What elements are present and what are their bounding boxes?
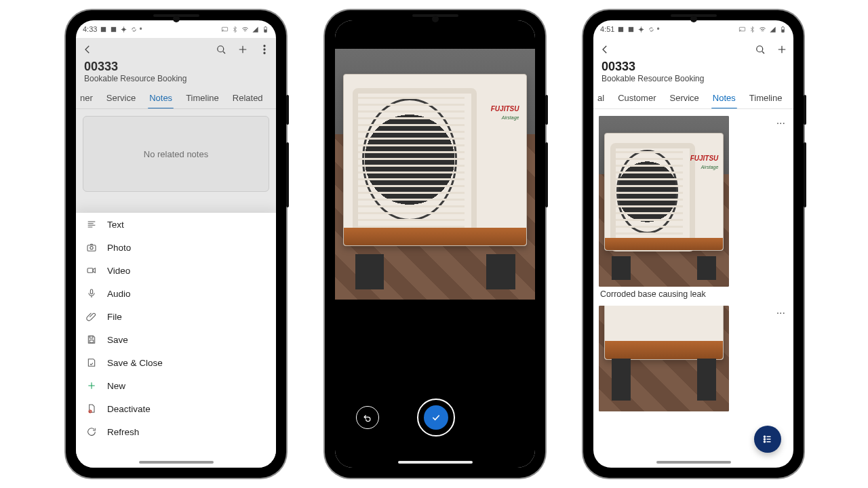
svg-point-9 (264, 49, 265, 50)
svg-rect-13 (87, 268, 93, 273)
menu-photo[interactable]: Photo (76, 236, 276, 259)
menu-save-label: Save (107, 335, 128, 345)
record-title-block: 00333 Bookable Resource Booking (76, 60, 276, 85)
tab-related[interactable]: Related (226, 89, 270, 108)
search-icon[interactable] (753, 42, 768, 57)
tab-service[interactable]: Service (663, 89, 705, 108)
camera-viewfinder[interactable]: FUJITSU Airstage (335, 49, 535, 300)
menu-save-close-label: Save & Close (107, 358, 163, 368)
svg-rect-23 (782, 29, 785, 32)
menu-file-label: File (107, 312, 122, 322)
tab-bar: al Customer Service Notes Timeline (593, 85, 793, 109)
battery-icon (779, 26, 787, 33)
record-entity: Bookable Resource Booking (84, 74, 268, 83)
menu-new[interactable]: New (76, 374, 276, 397)
svg-rect-6 (265, 26, 266, 26)
unit-brand: FUJITSU (491, 105, 519, 113)
svg-rect-11 (87, 245, 96, 251)
tab-timeline[interactable]: Timeline (179, 89, 226, 108)
svg-rect-0 (101, 26, 106, 31)
screen-center: FUJITSU Airstage (335, 20, 535, 468)
menu-save[interactable]: Save (76, 328, 276, 351)
menu-text-label: Text (107, 220, 124, 230)
svg-rect-21 (739, 27, 745, 31)
overflow-menu[interactable] (257, 42, 272, 57)
note-item-2[interactable]: ··· (599, 306, 788, 411)
svg-point-8 (264, 45, 265, 47)
svg-point-27 (764, 439, 765, 440)
note-item-1[interactable]: FUJITSU Airstage ··· Corroded base causi… (599, 116, 788, 299)
status-bug-icon (120, 26, 127, 33)
save-icon (85, 333, 98, 346)
text-icon (85, 218, 98, 230)
action-sheet: Text Photo Video Audio File (76, 213, 276, 468)
svg-rect-16 (90, 340, 93, 343)
camera-retake-button[interactable] (356, 406, 379, 429)
add-button[interactable] (235, 42, 250, 57)
svg-rect-1 (111, 26, 116, 31)
add-button[interactable] (774, 42, 789, 57)
menu-audio[interactable]: Audio (76, 282, 276, 305)
menu-save-close[interactable]: Save & Close (76, 351, 276, 374)
screen-left: 4:33 • (76, 20, 276, 468)
menu-video[interactable]: Video (76, 259, 276, 282)
tab-partial-left[interactable]: ner (79, 89, 100, 108)
app-header (593, 38, 793, 61)
svg-rect-14 (90, 289, 92, 294)
tab-notes[interactable]: Notes (706, 89, 743, 108)
camera-screen: FUJITSU Airstage (335, 20, 535, 468)
svg-rect-3 (222, 27, 227, 31)
note-photo-thumb[interactable]: FUJITSU Airstage (599, 116, 729, 287)
notes-empty-text: No related notes (144, 149, 208, 159)
svg-rect-19 (629, 26, 633, 31)
menu-file[interactable]: File (76, 305, 276, 328)
status-app-icon (617, 26, 625, 33)
bt-icon (749, 26, 756, 33)
status-bug-icon (637, 26, 645, 33)
svg-point-7 (218, 46, 224, 52)
note-more-button[interactable]: ··· (774, 306, 788, 321)
back-button[interactable] (80, 42, 95, 57)
menu-photo-label: Photo (107, 243, 131, 253)
menu-refresh-label: Refresh (107, 427, 139, 437)
note-more-button[interactable]: ··· (774, 116, 788, 131)
tab-notes[interactable]: Notes (142, 89, 179, 108)
tab-general[interactable]: al (596, 89, 611, 108)
svg-point-10 (264, 52, 265, 54)
cast-icon (221, 26, 229, 33)
wifi-icon (241, 26, 249, 33)
menu-new-label: New (107, 381, 125, 391)
svg-rect-15 (90, 336, 93, 338)
phone-right: 4:51 • (583, 10, 804, 478)
status-app-icon (100, 26, 107, 33)
list-view-fab[interactable] (754, 426, 781, 453)
refresh-icon (85, 426, 98, 438)
wifi-icon (759, 26, 766, 33)
menu-deactivate[interactable]: Deactivate (76, 397, 276, 420)
back-button[interactable] (597, 42, 612, 57)
tab-service[interactable]: Service (100, 89, 142, 108)
bt-icon (231, 26, 239, 33)
phone-left: 4:33 • (66, 10, 286, 478)
tab-customer[interactable]: Customer (611, 89, 663, 108)
note-photo-thumb[interactable] (599, 306, 729, 411)
video-icon (85, 264, 98, 277)
tab-timeline[interactable]: Timeline (743, 89, 789, 108)
corroded-base (344, 228, 526, 245)
svg-point-25 (757, 46, 763, 52)
menu-refresh[interactable]: Refresh (76, 420, 276, 443)
phone-center: FUJITSU Airstage (325, 10, 545, 478)
svg-rect-18 (618, 26, 623, 31)
svg-point-26 (764, 436, 765, 437)
search-icon[interactable] (214, 42, 229, 57)
note-caption: Corroded base causing leak (600, 289, 787, 299)
status-app-icon-2 (627, 26, 635, 33)
svg-point-20 (640, 28, 644, 31)
notes-empty-card: No related notes (83, 116, 269, 192)
save-close-icon (85, 357, 98, 369)
android-status-bar: 4:51 • (593, 20, 793, 38)
camera-confirm-button[interactable] (417, 399, 455, 436)
svg-point-2 (123, 28, 126, 31)
status-sync-icon (130, 26, 138, 33)
menu-text[interactable]: Text (76, 213, 276, 236)
